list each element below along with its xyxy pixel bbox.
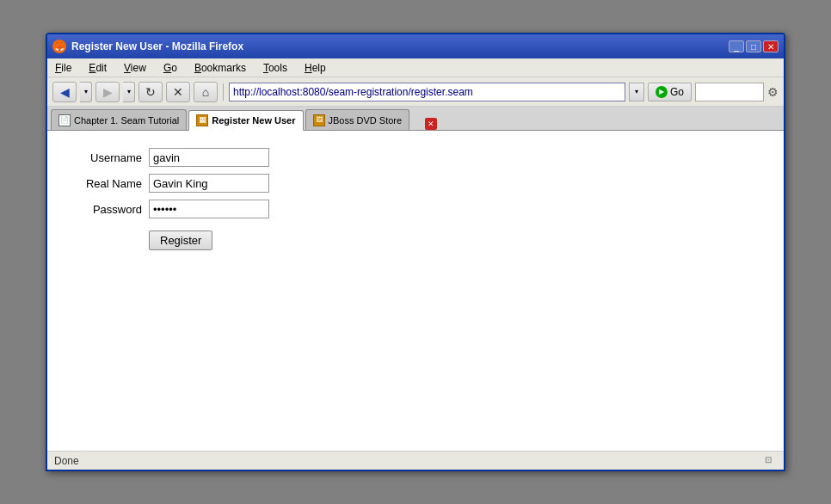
forward-button[interactable]: ▶ [95,82,120,102]
menu-go[interactable]: Go [161,61,180,75]
password-row: Password [73,200,758,218]
menu-bar: File Edit View Go Bookmarks Tools Help [47,58,784,77]
tab-close-area: ✕ [411,118,437,130]
realname-row: Real Name [73,174,758,193]
menu-file[interactable]: File [52,61,74,75]
go-button[interactable]: ▶ Go [648,83,692,101]
search-input[interactable] [695,83,764,101]
status-bar: Done ⊡ [47,451,784,470]
content-area: Username Real Name Password Register [47,131,784,451]
menu-view[interactable]: View [121,61,149,75]
menu-edit[interactable]: Edit [86,61,109,75]
stop-button[interactable]: ✕ [166,82,190,102]
menu-tools[interactable]: Tools [261,61,290,75]
home-button[interactable]: ⌂ [194,82,218,102]
password-input[interactable] [149,200,269,218]
window-title: Register New User - Mozilla Firefox [71,40,243,52]
separator-1 [223,83,224,101]
reload-button[interactable]: ↻ [138,82,163,102]
tab-register[interactable]: 🖼 Register New User [188,110,303,131]
toolbar: ◀ ▾ ▶ ▾ ↻ ✕ ⌂ ▾ ▶ Go ⚙ [47,77,784,107]
forward-dropdown[interactable]: ▾ [123,82,135,102]
tab-close-button[interactable]: ✕ [425,118,437,130]
settings-icon[interactable]: ⚙ [767,85,779,99]
status-text: Done [54,455,79,467]
tab-chapter-label: Chapter 1. Seam Tutorial [74,115,179,126]
tab-chapter[interactable]: 📄 Chapter 1. Seam Tutorial [51,109,187,130]
title-bar-buttons: _ □ ✕ [729,40,779,52]
address-bar-container: ▾ [229,83,644,101]
tab-register-label: Register New User [212,115,295,126]
register-button[interactable]: Register [149,230,212,250]
password-label: Password [73,203,142,216]
register-row: Register [73,225,758,250]
tab-jboss[interactable]: 🖼 JBoss DVD Store [305,109,410,130]
back-dropdown[interactable]: ▾ [80,82,92,102]
username-row: Username [73,148,758,167]
maximize-button[interactable]: □ [746,40,761,52]
username-input[interactable] [149,148,269,167]
menu-help[interactable]: Help [302,61,329,75]
resize-handle[interactable]: ⊡ [765,455,777,467]
tab-jboss-label: JBoss DVD Store [329,115,403,126]
back-button[interactable]: ◀ [52,82,77,102]
firefox-icon: 🦊 [52,40,66,53]
tabs-bar: 📄 Chapter 1. Seam Tutorial 🖼 Register Ne… [47,107,784,131]
go-icon: ▶ [656,86,668,98]
title-bar: 🦊 Register New User - Mozilla Firefox _ … [47,34,784,58]
close-button[interactable]: ✕ [763,40,779,52]
tab-jboss-icon: 🖼 [313,114,325,126]
realname-input[interactable] [149,174,269,193]
minimize-button[interactable]: _ [729,40,744,52]
tab-register-icon: 🖼 [196,114,208,126]
username-label: Username [73,151,142,164]
menu-bookmarks[interactable]: Bookmarks [192,61,249,75]
tab-chapter-icon: 📄 [58,114,71,126]
browser-window: 🦊 Register New User - Mozilla Firefox _ … [46,33,785,471]
title-bar-left: 🦊 Register New User - Mozilla Firefox [52,40,243,53]
address-dropdown[interactable]: ▾ [629,83,644,101]
realname-label: Real Name [73,177,142,190]
address-bar[interactable] [229,83,625,101]
